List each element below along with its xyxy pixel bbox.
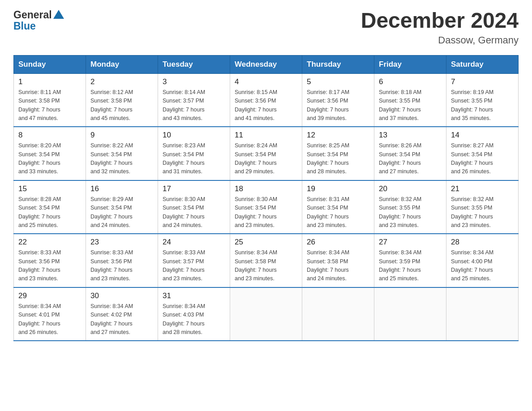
day-number: 16 — [90, 184, 153, 193]
day-cell: 19Sunrise: 8:31 AMSunset: 3:54 PMDayligh… — [302, 180, 374, 234]
day-info: Sunrise: 8:32 AMSunset: 3:55 PMDaylight:… — [379, 195, 442, 230]
calendar-body: 1Sunrise: 8:11 AMSunset: 3:58 PMDaylight… — [14, 73, 519, 341]
day-info: Sunrise: 8:25 AMSunset: 3:54 PMDaylight:… — [307, 141, 369, 176]
day-cell: 1Sunrise: 8:11 AMSunset: 3:58 PMDaylight… — [14, 73, 86, 127]
day-number: 29 — [18, 291, 81, 300]
header-cell-wednesday: Wednesday — [230, 55, 302, 73]
day-number: 3 — [163, 77, 225, 86]
day-cell: 20Sunrise: 8:32 AMSunset: 3:55 PMDayligh… — [374, 180, 446, 234]
day-number: 20 — [379, 184, 442, 193]
calendar-subtitle: Dassow, Germany — [361, 34, 519, 46]
day-info: Sunrise: 8:18 AMSunset: 3:55 PMDaylight:… — [379, 88, 442, 123]
day-number: 28 — [451, 238, 514, 247]
day-cell: 6Sunrise: 8:18 AMSunset: 3:55 PMDaylight… — [374, 73, 446, 127]
week-row-2: 8Sunrise: 8:20 AMSunset: 3:54 PMDaylight… — [14, 127, 519, 180]
day-cell: 31Sunrise: 8:34 AMSunset: 4:03 PMDayligh… — [158, 287, 230, 341]
logo-triangle-icon — [53, 10, 64, 19]
day-info: Sunrise: 8:30 AMSunset: 3:54 PMDaylight:… — [235, 195, 297, 230]
day-cell: 30Sunrise: 8:34 AMSunset: 4:02 PMDayligh… — [86, 287, 158, 341]
header-row: SundayMondayTuesdayWednesdayThursdayFrid… — [14, 55, 519, 73]
day-number: 8 — [18, 131, 81, 140]
day-cell: 3Sunrise: 8:14 AMSunset: 3:57 PMDaylight… — [158, 73, 230, 127]
day-info: Sunrise: 8:29 AMSunset: 3:54 PMDaylight:… — [90, 195, 153, 230]
day-number: 14 — [451, 131, 514, 140]
day-number: 1 — [18, 77, 81, 86]
day-number: 27 — [379, 238, 442, 247]
day-info: Sunrise: 8:33 AMSunset: 3:57 PMDaylight:… — [163, 248, 225, 283]
header-cell-tuesday: Tuesday — [158, 55, 230, 73]
logo: General Blue — [13, 9, 64, 32]
day-cell: 28Sunrise: 8:34 AMSunset: 4:00 PMDayligh… — [446, 234, 519, 287]
day-cell: 4Sunrise: 8:15 AMSunset: 3:56 PMDaylight… — [230, 73, 302, 127]
day-info: Sunrise: 8:34 AMSunset: 3:58 PMDaylight:… — [235, 248, 297, 283]
day-number: 5 — [307, 77, 369, 86]
day-info: Sunrise: 8:15 AMSunset: 3:56 PMDaylight:… — [235, 88, 297, 123]
day-info: Sunrise: 8:26 AMSunset: 3:54 PMDaylight:… — [379, 141, 442, 176]
day-info: Sunrise: 8:31 AMSunset: 3:54 PMDaylight:… — [307, 195, 369, 230]
day-number: 24 — [163, 238, 225, 247]
day-cell — [230, 287, 302, 341]
day-info: Sunrise: 8:14 AMSunset: 3:57 PMDaylight:… — [163, 88, 225, 123]
day-info: Sunrise: 8:30 AMSunset: 3:54 PMDaylight:… — [163, 195, 225, 230]
day-cell — [374, 287, 446, 341]
logo-general-text: General — [13, 9, 52, 21]
calendar-title: December 2024 — [361, 9, 519, 33]
day-cell: 8Sunrise: 8:20 AMSunset: 3:54 PMDaylight… — [14, 127, 86, 180]
day-info: Sunrise: 8:28 AMSunset: 3:54 PMDaylight:… — [18, 195, 81, 230]
day-info: Sunrise: 8:22 AMSunset: 3:54 PMDaylight:… — [90, 141, 153, 176]
day-info: Sunrise: 8:24 AMSunset: 3:54 PMDaylight:… — [235, 141, 297, 176]
day-cell — [446, 287, 519, 341]
day-cell: 18Sunrise: 8:30 AMSunset: 3:54 PMDayligh… — [230, 180, 302, 234]
day-cell: 14Sunrise: 8:27 AMSunset: 3:54 PMDayligh… — [446, 127, 519, 180]
day-number: 13 — [379, 131, 442, 140]
day-info: Sunrise: 8:34 AMSunset: 4:01 PMDaylight:… — [18, 302, 81, 337]
day-number: 19 — [307, 184, 369, 193]
calendar-header: SundayMondayTuesdayWednesdayThursdayFrid… — [14, 55, 519, 73]
week-row-1: 1Sunrise: 8:11 AMSunset: 3:58 PMDaylight… — [14, 73, 519, 127]
day-cell: 21Sunrise: 8:32 AMSunset: 3:55 PMDayligh… — [446, 180, 519, 234]
day-cell: 25Sunrise: 8:34 AMSunset: 3:58 PMDayligh… — [230, 234, 302, 287]
day-info: Sunrise: 8:23 AMSunset: 3:54 PMDaylight:… — [163, 141, 225, 176]
day-info: Sunrise: 8:34 AMSunset: 3:59 PMDaylight:… — [379, 248, 442, 283]
day-cell: 27Sunrise: 8:34 AMSunset: 3:59 PMDayligh… — [374, 234, 446, 287]
day-info: Sunrise: 8:34 AMSunset: 4:00 PMDaylight:… — [451, 248, 514, 283]
day-info: Sunrise: 8:34 AMSunset: 3:58 PMDaylight:… — [307, 248, 369, 283]
day-number: 7 — [451, 77, 514, 86]
week-row-3: 15Sunrise: 8:28 AMSunset: 3:54 PMDayligh… — [14, 180, 519, 234]
day-cell: 13Sunrise: 8:26 AMSunset: 3:54 PMDayligh… — [374, 127, 446, 180]
day-info: Sunrise: 8:17 AMSunset: 3:56 PMDaylight:… — [307, 88, 369, 123]
header-cell-thursday: Thursday — [302, 55, 374, 73]
day-cell: 22Sunrise: 8:33 AMSunset: 3:56 PMDayligh… — [14, 234, 86, 287]
day-number: 26 — [307, 238, 369, 247]
day-cell: 26Sunrise: 8:34 AMSunset: 3:58 PMDayligh… — [302, 234, 374, 287]
page-header: General Blue December 2024 Dassow, Germa… — [13, 9, 519, 46]
day-info: Sunrise: 8:34 AMSunset: 4:02 PMDaylight:… — [90, 302, 153, 337]
day-number: 15 — [18, 184, 81, 193]
day-number: 18 — [235, 184, 297, 193]
day-info: Sunrise: 8:34 AMSunset: 4:03 PMDaylight:… — [163, 302, 225, 337]
day-number: 12 — [307, 131, 369, 140]
day-cell: 24Sunrise: 8:33 AMSunset: 3:57 PMDayligh… — [158, 234, 230, 287]
day-number: 17 — [163, 184, 225, 193]
day-info: Sunrise: 8:33 AMSunset: 3:56 PMDaylight:… — [18, 248, 81, 283]
day-cell: 11Sunrise: 8:24 AMSunset: 3:54 PMDayligh… — [230, 127, 302, 180]
day-cell: 5Sunrise: 8:17 AMSunset: 3:56 PMDaylight… — [302, 73, 374, 127]
day-number: 21 — [451, 184, 514, 193]
day-info: Sunrise: 8:32 AMSunset: 3:55 PMDaylight:… — [451, 195, 514, 230]
header-cell-saturday: Saturday — [446, 55, 519, 73]
day-cell: 2Sunrise: 8:12 AMSunset: 3:58 PMDaylight… — [86, 73, 158, 127]
day-number: 10 — [163, 131, 225, 140]
day-info: Sunrise: 8:12 AMSunset: 3:58 PMDaylight:… — [90, 88, 153, 123]
day-info: Sunrise: 8:19 AMSunset: 3:55 PMDaylight:… — [451, 88, 514, 123]
day-info: Sunrise: 8:11 AMSunset: 3:58 PMDaylight:… — [18, 88, 81, 123]
header-cell-monday: Monday — [86, 55, 158, 73]
day-number: 9 — [90, 131, 153, 140]
logo-blue-text: Blue — [13, 20, 36, 32]
day-cell: 15Sunrise: 8:28 AMSunset: 3:54 PMDayligh… — [14, 180, 86, 234]
day-number: 6 — [379, 77, 442, 86]
day-info: Sunrise: 8:33 AMSunset: 3:56 PMDaylight:… — [90, 248, 153, 283]
day-number: 4 — [235, 77, 297, 86]
day-info: Sunrise: 8:20 AMSunset: 3:54 PMDaylight:… — [18, 141, 81, 176]
day-cell: 9Sunrise: 8:22 AMSunset: 3:54 PMDaylight… — [86, 127, 158, 180]
day-info: Sunrise: 8:27 AMSunset: 3:54 PMDaylight:… — [451, 141, 514, 176]
